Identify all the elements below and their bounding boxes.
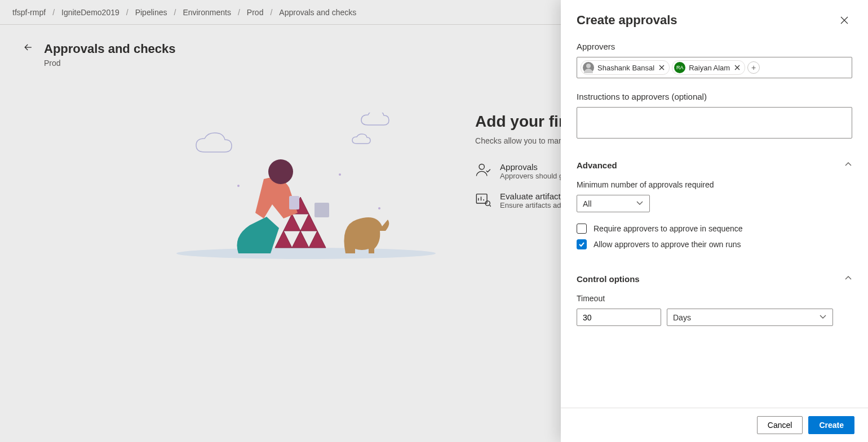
allow-own-label: Allow approvers to approve their own run… (594, 240, 741, 249)
dropdown-value: All (583, 199, 592, 208)
remove-approver-icon[interactable] (733, 64, 741, 72)
approvers-label: Approvers (577, 42, 852, 51)
advanced-section-toggle[interactable]: Advanced (577, 160, 852, 170)
svg-marker-1 (275, 231, 292, 248)
breadcrumb-item[interactable]: Environments (180, 8, 233, 17)
timeout-value-input[interactable] (577, 309, 661, 326)
allow-own-checkbox[interactable] (577, 239, 587, 249)
approver-chip: Shashank Bansal (581, 60, 670, 75)
create-button[interactable]: Create (808, 416, 854, 434)
approvers-input[interactable]: Shashank Bansal RA Raiyan Alam + (577, 57, 852, 78)
dropdown-value: Days (673, 313, 691, 322)
svg-point-7 (268, 159, 293, 184)
timeout-unit-dropdown[interactable]: Days (667, 309, 833, 326)
svg-rect-8 (289, 196, 299, 209)
empty-state-illustration (171, 113, 441, 265)
control-options-label: Control options (577, 274, 640, 284)
avatar: RA (674, 62, 685, 73)
instructions-input[interactable] (577, 107, 852, 139)
person-icon (475, 162, 491, 178)
panel-footer: Cancel Create (561, 408, 868, 442)
control-options-toggle[interactable]: Control options (577, 274, 852, 284)
breadcrumb-item[interactable]: tfspf-rmpf (10, 8, 48, 17)
panel-title: Create approvals (577, 13, 677, 28)
chevron-up-icon (844, 160, 852, 170)
timeout-label: Timeout (577, 294, 852, 303)
cancel-button[interactable]: Cancel (757, 416, 803, 434)
close-icon[interactable] (836, 12, 852, 28)
artifact-icon (475, 191, 491, 207)
chevron-down-icon (636, 199, 644, 208)
svg-point-13 (479, 164, 484, 169)
breadcrumb-item[interactable]: IgniteDemo2019 (59, 8, 122, 17)
advanced-label: Advanced (577, 160, 617, 170)
back-arrow-icon[interactable] (23, 42, 34, 55)
page-title: Approvals and checks (44, 42, 176, 56)
min-approvals-label: Minimum number of approvals required (577, 180, 852, 189)
svg-rect-9 (315, 203, 329, 217)
svg-point-16 (586, 64, 591, 68)
svg-point-11 (378, 207, 380, 209)
chevron-down-icon (819, 312, 827, 322)
avatar (583, 62, 594, 73)
min-approvals-dropdown[interactable]: All (577, 195, 650, 212)
svg-point-0 (176, 248, 436, 259)
breadcrumb-item[interactable]: Pipelines (133, 8, 170, 17)
require-sequence-checkbox[interactable] (577, 224, 587, 234)
breadcrumb-item[interactable]: Approvals and checks (277, 8, 358, 17)
svg-marker-3 (309, 231, 326, 248)
approver-name: Raiyan Alam (689, 64, 730, 72)
chevron-up-icon (844, 274, 852, 284)
approver-name: Shashank Bansal (597, 64, 654, 72)
add-approver-icon[interactable]: + (747, 61, 760, 74)
svg-point-10 (237, 185, 240, 187)
svg-point-12 (339, 173, 341, 176)
instructions-label: Instructions to approvers (optional) (577, 92, 852, 101)
remove-approver-icon[interactable] (658, 64, 666, 72)
create-approvals-panel: Create approvals Approvers Shashank Bans… (561, 0, 868, 442)
svg-marker-2 (292, 231, 309, 248)
approver-chip: RA Raiyan Alam (672, 60, 745, 75)
breadcrumb-item[interactable]: Prod (245, 8, 266, 17)
page-subtitle: Prod (44, 59, 176, 68)
require-sequence-label: Require approvers to approve in sequence (594, 224, 743, 233)
